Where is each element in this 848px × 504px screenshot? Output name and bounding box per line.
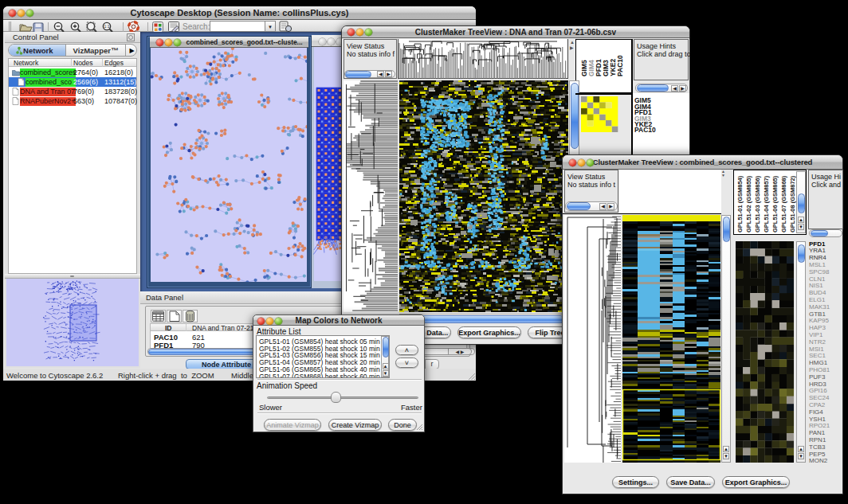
svg-text:1:1: 1:1 (104, 24, 110, 29)
